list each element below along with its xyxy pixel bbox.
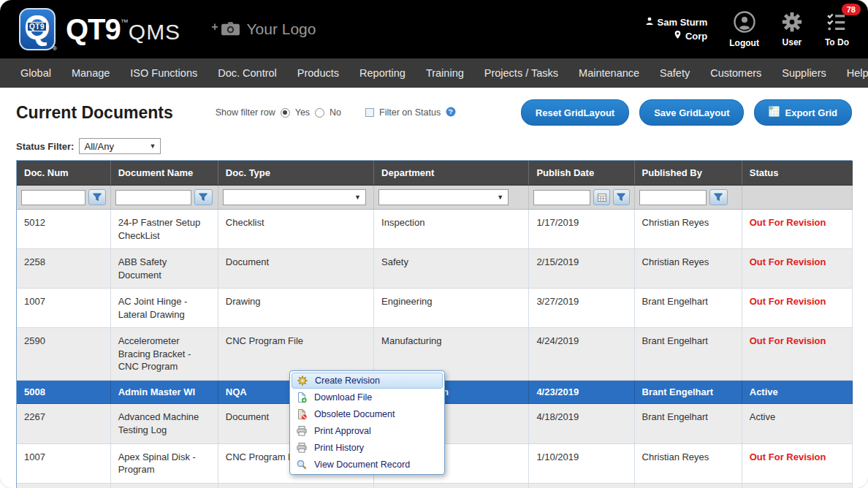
nav-item-safety[interactable]: Safety [650,58,700,88]
show-filter-no-label: No [330,107,341,118]
save-gridlayout-button[interactable]: Save GridLayout [639,99,744,126]
show-filter-yes-label: Yes [295,107,310,118]
cell-publish-date: 4/23/2019 [529,380,634,404]
show-filter-row-label: Show filter row [216,107,275,118]
nav-item-manage[interactable]: Manage [61,58,120,88]
nav-item-customers[interactable]: Customers [700,58,772,88]
cell-doc-num: 2590 [17,328,110,381]
user-settings-button[interactable]: User [781,11,803,47]
filter-select-department[interactable]: ▼ [378,189,509,205]
show-filter-yes-radio[interactable] [281,108,290,118]
current-user-info: Sam Sturm Corp [645,15,708,44]
table-row[interactable]: 501224-P Fastner Setup CheckListChecklis… [17,210,853,249]
printer-icon [295,441,308,454]
nav-item-training[interactable]: Training [416,58,474,88]
qt9-logo[interactable]: Q QT9 ® [19,8,56,50]
top-header-bar: Q QT9 ® QT9 ™ QMS + Your Logo Sam Sturm [0,0,868,58]
context-menu-item-create-revision[interactable]: Create Revision [292,373,443,389]
status-filter-select[interactable]: All/Any ▼ [79,138,161,154]
context-menu-item-print-approval[interactable]: Print Approval [292,422,443,439]
nav-item-products[interactable]: Products [287,58,349,88]
your-logo-placeholder[interactable]: + Your Logo [211,20,316,39]
filter-input-document-name[interactable] [115,190,191,205]
cell-document-name: ABB Safety Document [110,249,218,289]
trademark-symbol: ™ [121,18,129,26]
nav-item-doc-control[interactable]: Doc. Control [208,58,287,88]
cell-publish-date: 2/15/2019 [529,249,634,289]
cell-doc-type: Document [218,249,373,289]
wordmark-qms: QMS [129,20,180,45]
reset-gridlayout-button[interactable]: Reset GridLayout [521,99,629,126]
nav-item-maintenance[interactable]: Maintenance [568,58,650,88]
cell-department: Inspection [374,210,529,249]
context-menu-item-label: Print Approval [314,426,371,436]
context-menu-item-label: View Document Record [314,460,410,470]
nav-item-reporting[interactable]: Reporting [349,58,416,88]
cell-doc-num: 5012 [17,210,110,249]
nav-item-projects-tasks[interactable]: Projects / Tasks [474,58,568,88]
funnel-button-publish-date[interactable] [613,189,630,205]
filter-on-status-checkbox[interactable] [365,108,374,117]
printer-icon [295,424,308,437]
funnel-button-doc-num[interactable] [88,189,106,205]
column-header-document-name[interactable]: Document Name [110,161,218,186]
column-header-status[interactable]: Status [742,161,852,186]
chevron-down-icon: ▼ [354,194,361,201]
cell-published-by: Brant Engelhart [634,328,742,381]
funnel-button-published-by[interactable] [709,189,728,205]
nav-item-suppliers[interactable]: Suppliers [772,58,836,88]
cell-status: Out For Revision [742,210,852,249]
nav-item-global[interactable]: Global [10,58,61,88]
cell-status: Out For Revision [742,249,852,289]
cell-published-by: Christian Reyes [634,249,742,289]
obsolete-document-icon [295,408,308,420]
column-header-department[interactable]: Department [374,161,529,186]
magnifier-icon [295,458,308,470]
cell-document-name: Apex Spinal Disk - Program [110,443,218,483]
cell-publish-date: 4/18/2019 [529,404,634,443]
column-header-doc-num[interactable]: Doc. Num [17,161,110,186]
show-filter-no-radio[interactable] [315,108,324,118]
page-title: Current Documents [16,103,173,123]
filter-input-publish-date[interactable] [533,190,590,205]
row-context-menu: Create RevisionDownload FileObsolete Doc… [289,370,445,475]
cell-doc-type: Drawing [218,289,373,328]
column-header-publish-date[interactable]: Publish Date [529,161,634,186]
context-menu-item-label: Create Revision [315,375,380,386]
todo-button[interactable]: 78 To Do [825,11,849,47]
logout-button[interactable]: Logout [729,10,759,48]
context-menu-item-download-file[interactable]: Download File [292,389,443,405]
funnel-button-document-name[interactable] [194,189,213,205]
cell-published-by: Brant Engelhart [634,380,742,404]
nav-item-iso-functions[interactable]: ISO Functions [120,58,208,88]
cell-doc-num: 1007 [17,443,110,483]
context-menu-item-obsolete-document[interactable]: Obsolete Document [292,405,443,422]
filter-input-published-by[interactable] [639,190,707,205]
context-menu-item-print-history[interactable]: Print History [292,439,443,456]
filter-cell-doc-type: ▼ [218,186,373,210]
grid-toolbar: Reset GridLayout Save GridLayout Export … [521,99,852,126]
calendar-button-publish-date[interactable] [593,189,610,205]
table-row[interactable]: 1007AC Joint Hinge - Lateral DrawingDraw… [17,289,853,328]
cell-publish-date: 1/10/2019 [529,443,634,483]
context-menu-item-view-document-record[interactable]: View Document Record [292,456,443,473]
reset-gridlayout-label: Reset GridLayout [536,107,614,118]
top-right-cluster: Sam Sturm Corp Logout User 78 To Do [645,10,849,48]
filter-input-doc-num[interactable] [21,190,85,205]
location-pin-icon [674,29,682,44]
export-grid-button[interactable]: Export Grid [754,99,852,126]
info-icon[interactable]: ? [446,107,456,119]
your-logo-label: Your Logo [246,20,316,38]
chevron-down-icon: ▼ [497,194,503,201]
filter-cell-publish-date [529,186,634,210]
filter-on-status-label: Filter on Status [379,107,441,118]
nav-item-help[interactable]: Help [837,58,868,88]
person-icon [645,15,654,30]
column-header-doc-type[interactable]: Doc. Type [218,161,373,186]
table-row[interactable]: 2258ABB Safety DocumentDocumentSafety2/1… [17,249,853,289]
filter-select-doc-type[interactable]: ▼ [223,189,366,205]
column-header-published-by[interactable]: Published By [634,161,742,186]
cell-published-by: Brant Engelhart [634,483,742,488]
cell-department: Safety [374,249,529,289]
table-row[interactable]: 0030Approval ProcessWork InstructionAdmi… [17,483,853,488]
